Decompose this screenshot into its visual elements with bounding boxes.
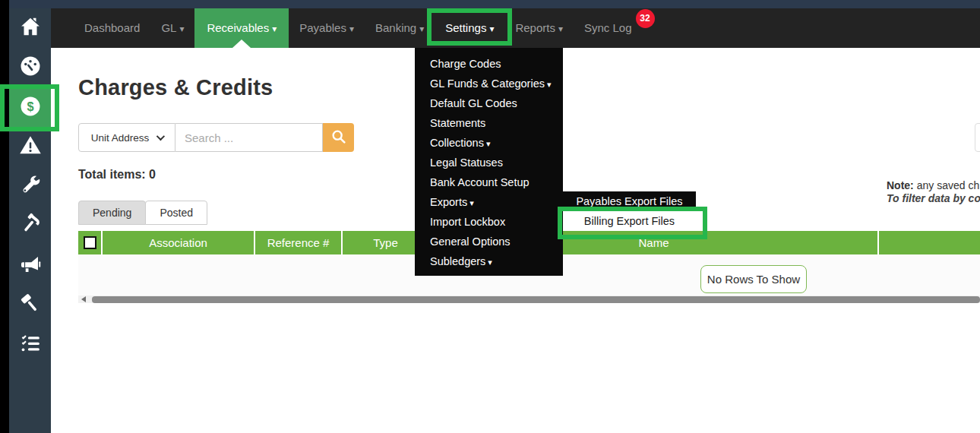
page-title: Charges & Credits <box>78 75 273 100</box>
nav-label: Settings <box>445 21 486 34</box>
search-field-selected-value: Unit Address <box>91 132 150 144</box>
main-navbar: Dashboard GL▾ Receivables▾ Payables▾ Ban… <box>51 8 980 48</box>
nav-item-dashboard[interactable]: Dashboard <box>74 8 150 48</box>
left-black-strip <box>0 0 9 433</box>
caret-down-icon: ▾ <box>547 80 552 89</box>
nav-item-receivables[interactable]: Receivables▾ <box>194 8 289 48</box>
sidebar: $ <box>9 0 51 433</box>
sidebar-item-charges[interactable]: $ <box>9 88 51 128</box>
dashboard-gauge-icon <box>19 55 42 81</box>
exports-submenu: Payables Export Files Billing Export Fil… <box>563 191 696 231</box>
caret-down-icon: ▾ <box>488 258 492 267</box>
home-icon <box>19 15 42 41</box>
dollar-circle-icon: $ <box>19 95 42 121</box>
horizontal-scrollbar[interactable] <box>78 296 980 303</box>
nav-item-gl[interactable]: GL▾ <box>150 8 194 48</box>
status-tabs: Pending Posted <box>78 201 207 225</box>
submenu-item-payables-export-files[interactable]: Payables Export Files <box>563 191 696 211</box>
menu-item-legal-statuses[interactable]: Legal Statuses <box>415 153 563 172</box>
caret-down-icon: ▾ <box>489 24 494 34</box>
menu-item-bank-account-setup[interactable]: Bank Account Setup <box>415 172 563 192</box>
sidebar-item-maintenance[interactable] <box>9 166 51 206</box>
sidebar-item-tasks[interactable] <box>9 325 51 365</box>
column-header-extra <box>879 231 980 254</box>
menu-item-charge-codes[interactable]: Charge Codes <box>415 54 563 74</box>
menu-item-exports[interactable]: Exports▾ <box>415 192 563 212</box>
header-checkbox-cell <box>78 231 103 254</box>
sidebar-item-work-orders[interactable] <box>9 206 51 245</box>
nav-item-banking[interactable]: Banking▾ <box>365 8 435 48</box>
total-items-value: 0 <box>149 168 156 181</box>
menu-item-subledgers[interactable]: Subledgers▾ <box>415 251 563 271</box>
menu-label: GL Funds & Categories <box>430 77 545 90</box>
select-all-checkbox[interactable] <box>84 236 96 249</box>
caret-down-icon: ▾ <box>272 24 277 34</box>
nav-label: GL <box>161 21 176 34</box>
column-header-reference[interactable]: Reference # <box>255 231 343 254</box>
checklist-icon <box>19 332 42 358</box>
menu-label: Charge Codes <box>430 58 501 70</box>
caret-down-icon: ▾ <box>558 24 563 34</box>
sidebar-item-violations[interactable] <box>9 127 51 166</box>
menu-label: Bank Account Setup <box>430 176 530 188</box>
filter-row: Unit Address <box>78 123 354 152</box>
caret-down-icon: ▾ <box>419 24 424 34</box>
menu-label: Import Lockbox <box>430 216 505 228</box>
nav-item-sync-log[interactable]: Sync Log 32 <box>574 8 643 48</box>
window-top-strip <box>9 0 980 8</box>
column-header-association[interactable]: Association <box>103 231 255 254</box>
menu-label: General Options <box>430 235 511 248</box>
no-rows-message: No Rows To Show <box>700 265 807 293</box>
scroll-left-arrow-icon[interactable] <box>81 296 86 302</box>
wrench-icon <box>19 173 42 199</box>
warning-triangle-icon <box>19 134 42 160</box>
caret-down-icon: ▾ <box>349 24 354 34</box>
submenu-item-billing-export-files[interactable]: Billing Export Files <box>563 211 696 231</box>
menu-label: Subledgers <box>430 255 485 267</box>
bullhorn-icon <box>19 253 42 279</box>
search-icon <box>330 128 347 147</box>
note-line2: To filter data by co <box>887 192 980 205</box>
app-window: $ <box>0 0 980 433</box>
nav-item-payables[interactable]: Payables▾ <box>289 8 365 48</box>
nav-item-reports[interactable]: Reports▾ <box>504 8 574 48</box>
note-line1: any saved ch <box>914 179 979 191</box>
note-text: Note: any saved ch To filter data by co <box>887 179 980 207</box>
scrollbar-thumb[interactable] <box>92 296 980 303</box>
nav-label: Payables <box>299 21 346 34</box>
sidebar-item-dashboard[interactable] <box>9 48 51 87</box>
search-field-select[interactable]: Unit Address <box>78 123 175 152</box>
submenu-label: Billing Export Files <box>584 215 675 227</box>
nav-label: Reports <box>515 21 555 34</box>
settings-dropdown-menu: Charge Codes GL Funds & Categories▾ Defa… <box>415 48 563 276</box>
search-button[interactable] <box>323 123 354 152</box>
nav-label: Dashboard <box>84 21 140 34</box>
nav-label: Banking <box>375 21 416 34</box>
menu-item-gl-funds-categories[interactable]: GL Funds & Categories▾ <box>415 74 563 93</box>
sidebar-item-home[interactable] <box>9 8 51 48</box>
menu-item-default-gl-codes[interactable]: Default GL Codes <box>415 93 563 113</box>
menu-label: Legal Statuses <box>430 156 503 169</box>
cut-off-right-control[interactable] <box>975 123 980 152</box>
caret-down-icon: ▾ <box>179 24 184 34</box>
note-label: Note: <box>887 179 914 191</box>
menu-label: Default GL Codes <box>430 97 517 109</box>
menu-item-statements[interactable]: Statements <box>415 113 563 133</box>
sidebar-item-announcements[interactable] <box>9 246 51 286</box>
menu-label: Collections <box>430 137 484 149</box>
menu-item-collections[interactable]: Collections▾ <box>415 133 563 153</box>
total-items-label: Total items: <box>78 168 146 181</box>
svg-text:$: $ <box>27 100 33 113</box>
search-input[interactable] <box>175 123 323 152</box>
tab-pending[interactable]: Pending <box>78 201 146 225</box>
nav-item-settings[interactable]: Settings▾ <box>435 8 504 48</box>
chevron-down-icon <box>156 132 165 141</box>
sidebar-item-legal[interactable] <box>9 286 51 325</box>
nav-label: Sync Log <box>584 21 632 34</box>
tab-posted[interactable]: Posted <box>145 201 207 225</box>
hammer-icon <box>19 213 42 239</box>
nav-label: Receivables <box>207 21 269 34</box>
caret-down-icon: ▾ <box>469 198 474 207</box>
menu-item-import-lockbox[interactable]: Import Lockbox <box>415 212 563 232</box>
menu-item-general-options[interactable]: General Options <box>415 232 563 251</box>
